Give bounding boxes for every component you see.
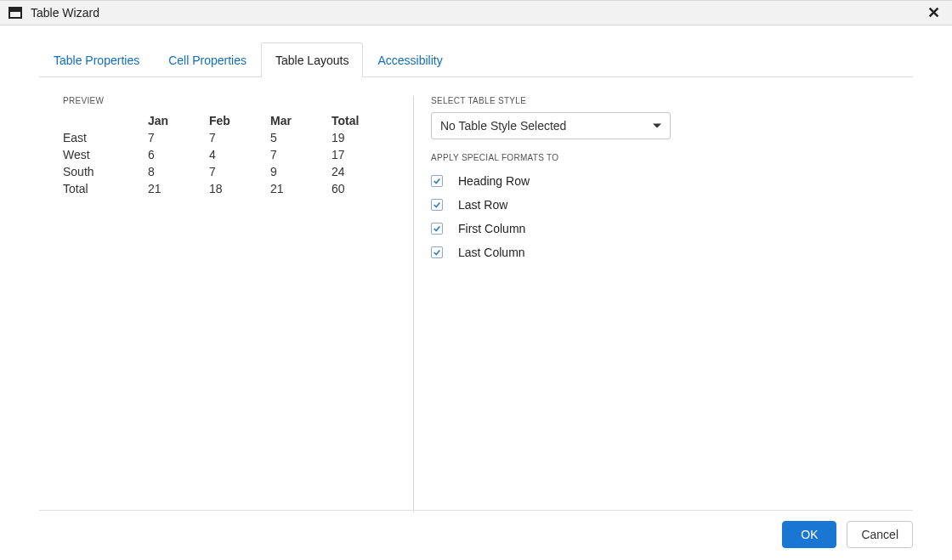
check-icon (433, 201, 441, 209)
chevron-down-icon (653, 124, 661, 128)
preview-column: PREVIEW Jan Feb Mar Total East 7 7 5 19 (39, 96, 396, 511)
cell: 60 (332, 180, 408, 197)
cancel-button[interactable]: Cancel (847, 521, 913, 548)
cell: 18 (209, 180, 270, 197)
preview-label: PREVIEW (63, 96, 396, 105)
cell: 7 (209, 163, 270, 180)
cell: 6 (148, 146, 209, 163)
table-wizard-window: Table Wizard ✕ Table Properties Cell Pro… (0, 0, 952, 560)
cell: 21 (148, 180, 209, 197)
checkbox-last-row[interactable] (431, 199, 443, 211)
tab-table-properties[interactable]: Table Properties (39, 42, 154, 77)
checkbox-last-column[interactable] (431, 246, 443, 258)
cell: 8 (148, 163, 209, 180)
cell: 4 (209, 146, 270, 163)
cell: 21 (270, 180, 332, 197)
table-style-dropdown[interactable]: No Table Style Selected (431, 112, 671, 139)
col-header: Jan (148, 112, 209, 129)
titlebar: Table Wizard ✕ (0, 0, 952, 25)
col-header: Feb (209, 112, 270, 129)
dropdown-value: No Table Style Selected (440, 119, 566, 133)
cell: 17 (332, 146, 408, 163)
check-icon (433, 177, 441, 185)
column-divider (413, 96, 414, 512)
window-icon (8, 7, 22, 19)
select-style-label: SELECT TABLE STYLE (431, 96, 913, 105)
row-label: East (63, 129, 148, 146)
cell: 7 (148, 129, 209, 146)
cell: 19 (332, 129, 408, 146)
row-label: South (63, 163, 148, 180)
checkbox-label: Heading Row (458, 174, 530, 188)
footer: OK Cancel (39, 510, 913, 548)
ok-button[interactable]: OK (782, 521, 836, 548)
tab-table-layouts[interactable]: Table Layouts (261, 42, 363, 77)
table-row: South 8 7 9 24 (63, 163, 408, 180)
table-row: East 7 7 5 19 (63, 129, 408, 146)
tab-accessibility[interactable]: Accessibility (363, 42, 456, 77)
formats-label: APPLY SPECIAL FORMATS TO (431, 153, 913, 162)
content-area: PREVIEW Jan Feb Mar Total East 7 7 5 19 (39, 77, 913, 511)
cell: 7 (270, 146, 332, 163)
format-row-last-column: Last Column (431, 240, 913, 264)
checkbox-label: Last Column (458, 246, 525, 259)
table-header-row: Jan Feb Mar Total (63, 112, 408, 129)
checkbox-label: First Column (458, 222, 525, 235)
row-label: West (63, 146, 148, 163)
close-icon[interactable]: ✕ (923, 3, 944, 23)
cell: 9 (270, 163, 332, 180)
tab-cell-properties[interactable]: Cell Properties (154, 42, 261, 77)
format-row-heading-row: Heading Row (431, 169, 913, 193)
check-icon (433, 224, 441, 233)
preview-table: Jan Feb Mar Total East 7 7 5 19 West 6 4… (63, 112, 408, 197)
cell: 5 (270, 129, 332, 146)
checkbox-label: Last Row (458, 198, 507, 212)
checkbox-heading-row[interactable] (431, 175, 443, 187)
cell: 24 (332, 163, 408, 180)
format-row-first-column: First Column (431, 217, 913, 240)
table-row: Total 21 18 21 60 (63, 180, 408, 197)
format-row-last-row: Last Row (431, 193, 913, 217)
table-row: West 6 4 7 17 (63, 146, 408, 163)
tabstrip: Table Properties Cell Properties Table L… (39, 42, 913, 77)
col-header: Mar (270, 112, 332, 129)
window-title: Table Wizard (31, 6, 99, 20)
style-column: SELECT TABLE STYLE No Table Style Select… (431, 96, 913, 511)
cell: 7 (209, 129, 270, 146)
row-label: Total (63, 180, 148, 197)
checkbox-first-column[interactable] (431, 223, 443, 235)
col-header: Total (332, 112, 408, 129)
formats-list: Heading Row Last Row First Column (431, 169, 913, 264)
check-icon (433, 248, 441, 257)
